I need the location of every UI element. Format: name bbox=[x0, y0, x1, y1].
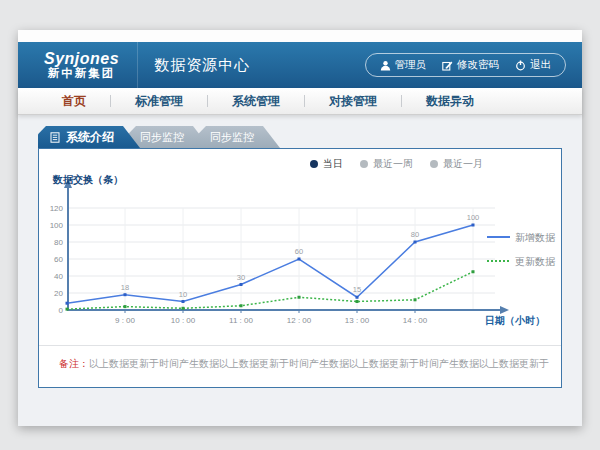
radio-dot-icon bbox=[310, 160, 318, 168]
page-title: 数据资源中心 bbox=[137, 42, 250, 88]
svg-text:60: 60 bbox=[295, 247, 303, 256]
tab-system-intro[interactable]: 系统介绍 bbox=[38, 126, 140, 148]
nav-item-standard-mgmt[interactable]: 标准管理 bbox=[125, 93, 193, 110]
tab-sync-monitor-2[interactable]: 同步监控 bbox=[198, 126, 280, 148]
logo-brand-text: Synjones bbox=[44, 51, 119, 68]
radio-last-week[interactable]: 最近一周 bbox=[360, 157, 413, 171]
svg-text:11 : 00: 11 : 00 bbox=[229, 316, 253, 325]
svg-text:12 : 00: 12 : 00 bbox=[287, 316, 312, 325]
logout-button[interactable]: 退出 bbox=[515, 58, 551, 72]
svg-text:100: 100 bbox=[467, 213, 480, 222]
svg-text:14 : 00: 14 : 00 bbox=[403, 316, 428, 325]
chart-panel: 当日 最近一周 最近一月 0204060801001209 : 0010 : 0… bbox=[38, 148, 562, 388]
nav-divider bbox=[304, 95, 305, 107]
tab-label: 系统介绍 bbox=[66, 129, 114, 146]
nav-item-interface-mgmt[interactable]: 对接管理 bbox=[319, 93, 387, 110]
nav-item-home[interactable]: 首页 bbox=[52, 93, 96, 110]
svg-text:18: 18 bbox=[121, 283, 129, 292]
svg-text:10 : 00: 10 : 00 bbox=[171, 316, 196, 325]
nav-item-data-change[interactable]: 数据异动 bbox=[416, 93, 484, 110]
radio-today[interactable]: 当日 bbox=[310, 157, 343, 171]
data-exchange-line-chart: 0204060801001209 : 0010 : 0011 : 0012 : … bbox=[39, 173, 561, 335]
panel-divider bbox=[39, 345, 561, 346]
tab-label: 同步监控 bbox=[140, 130, 184, 145]
svg-text:120: 120 bbox=[50, 204, 64, 213]
tab-bar: 系统介绍 同步监控 同步监控 bbox=[38, 126, 582, 148]
user-icon bbox=[380, 60, 391, 71]
change-password-label: 修改密码 bbox=[457, 58, 499, 72]
radio-dot-icon bbox=[430, 160, 438, 168]
svg-text:更新数据: 更新数据 bbox=[515, 256, 556, 267]
chart-container: 0204060801001209 : 0010 : 0011 : 0012 : … bbox=[39, 173, 561, 335]
svg-text:0: 0 bbox=[59, 306, 64, 315]
power-icon bbox=[515, 60, 526, 71]
nav-divider bbox=[110, 95, 111, 107]
svg-text:60: 60 bbox=[54, 255, 63, 264]
user-menu: 管理员 修改密码 退出 bbox=[365, 53, 567, 77]
footnote-prefix: 备注： bbox=[59, 358, 89, 369]
radio-label: 当日 bbox=[323, 157, 343, 171]
nav-item-system-mgmt[interactable]: 系统管理 bbox=[222, 93, 290, 110]
svg-text:新增数据: 新增数据 bbox=[515, 232, 556, 243]
svg-text:数据交换（条）: 数据交换（条） bbox=[52, 174, 123, 185]
svg-text:40: 40 bbox=[54, 272, 63, 281]
app-window: Synjones 新中新集团 数据资源中心 管理员 修改密码 bbox=[18, 30, 582, 426]
radio-last-month[interactable]: 最近一月 bbox=[430, 157, 483, 171]
admin-user-label: 管理员 bbox=[395, 58, 427, 72]
footnote: 备注：以上数据更新于时间产生数据以上数据更新于时间产生数据以上数据更新于时间产生… bbox=[59, 357, 549, 371]
svg-text:9 : 00: 9 : 00 bbox=[115, 316, 136, 325]
svg-text:日期（小时）: 日期（小时） bbox=[485, 315, 545, 326]
content-area: 系统介绍 同步监控 同步监控 当日 最近一周 bbox=[18, 115, 582, 426]
svg-text:80: 80 bbox=[54, 238, 63, 247]
company-logo: Synjones 新中新集团 bbox=[44, 51, 119, 80]
change-password-button[interactable]: 修改密码 bbox=[442, 58, 499, 72]
edit-icon bbox=[442, 60, 453, 71]
svg-text:100: 100 bbox=[50, 221, 64, 230]
radio-label: 最近一周 bbox=[373, 157, 413, 171]
time-range-filter: 当日 最近一周 最近一月 bbox=[310, 157, 483, 171]
page-top-strip bbox=[18, 30, 582, 42]
main-nav: 首页 标准管理 系统管理 对接管理 数据异动 bbox=[18, 88, 582, 115]
tab-label: 同步监控 bbox=[210, 130, 254, 145]
document-icon bbox=[50, 132, 60, 143]
app-header: Synjones 新中新集团 数据资源中心 管理员 修改密码 bbox=[18, 42, 582, 88]
svg-text:13 : 00: 13 : 00 bbox=[345, 316, 370, 325]
footnote-text: 以上数据更新于时间产生数据以上数据更新于时间产生数据以上数据更新于时间产生数据以… bbox=[89, 358, 549, 369]
nav-divider bbox=[207, 95, 208, 107]
logout-label: 退出 bbox=[530, 58, 551, 72]
nav-divider bbox=[401, 95, 402, 107]
svg-text:30: 30 bbox=[237, 273, 245, 282]
admin-user-button[interactable]: 管理员 bbox=[380, 58, 427, 72]
radio-dot-icon bbox=[360, 160, 368, 168]
svg-text:15: 15 bbox=[353, 285, 361, 294]
svg-text:10: 10 bbox=[179, 290, 187, 299]
svg-text:80: 80 bbox=[411, 230, 419, 239]
radio-label: 最近一月 bbox=[443, 157, 483, 171]
svg-text:20: 20 bbox=[54, 289, 63, 298]
logo-company-name: 新中新集团 bbox=[44, 67, 119, 79]
tab-sync-monitor-1[interactable]: 同步监控 bbox=[128, 126, 210, 148]
